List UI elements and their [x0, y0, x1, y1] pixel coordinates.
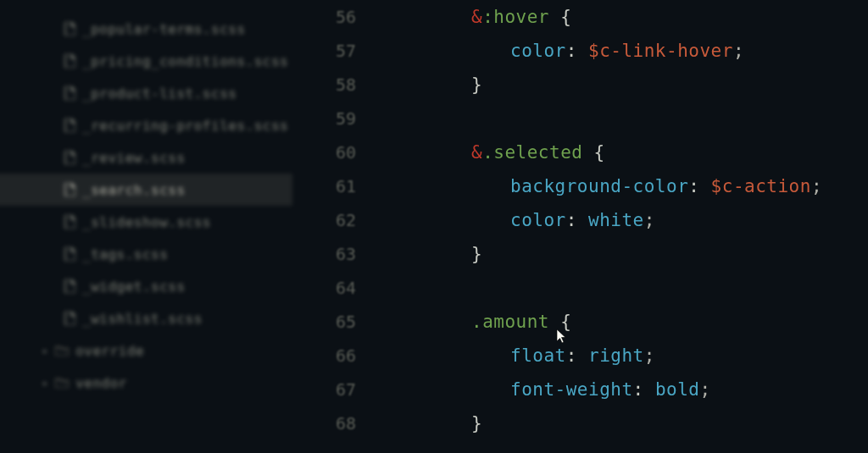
file-item[interactable]: _pricing_conditions.scss: [47, 45, 309, 77]
code-line: background-color: $c-action;: [432, 169, 868, 203]
line-number: 64: [309, 271, 364, 305]
file-icon: [64, 247, 75, 261]
file-item[interactable]: _widget.scss: [47, 270, 309, 302]
line-number: 57: [309, 34, 364, 68]
file-label: _tags.scss: [82, 246, 168, 262]
line-number-gutter: 56 57 58 59 60 61 62 63 64 65 66 67 68: [309, 0, 364, 453]
code-line: [432, 102, 868, 135]
file-label: _recurring-profiles.scss: [82, 118, 288, 134]
code-line: &:hover {: [432, 0, 868, 34]
folder-item[interactable]: ▸ vendor: [25, 367, 309, 399]
code-line: font-weight: bold;: [432, 373, 868, 406]
file-icon: [64, 183, 75, 196]
file-icon: [64, 54, 75, 68]
file-icon: [64, 279, 75, 293]
line-number: 59: [309, 102, 364, 135]
line-number: 62: [309, 203, 364, 237]
line-number: 68: [309, 406, 364, 440]
code-line: &.selected {: [432, 135, 868, 169]
file-tree: _popular-terms.scss _pricing_conditions.…: [0, 0, 309, 453]
line-number: 63: [309, 237, 364, 271]
code-line: color: white;: [432, 203, 868, 237]
line-number: 61: [309, 169, 364, 203]
file-icon: [64, 151, 75, 164]
file-item[interactable]: _product-list.scss: [47, 77, 309, 109]
line-number: 65: [309, 305, 364, 339]
code-editor[interactable]: &:hover { color: $c-link-hover; } &.sele…: [364, 0, 868, 453]
file-item[interactable]: _review.scss: [47, 141, 309, 174]
line-number: 67: [309, 373, 364, 406]
file-label: _review.scss: [82, 150, 186, 166]
file-item[interactable]: _recurring-profiles.scss: [47, 109, 309, 141]
file-icon: [64, 215, 75, 229]
file-icon: [64, 86, 75, 100]
code-line: color: $c-link-hover;: [432, 34, 868, 68]
folder-icon: [55, 345, 69, 356]
file-icon: [64, 119, 75, 132]
chevron-right-icon: ▸: [42, 345, 48, 356]
folder-label: override: [75, 343, 144, 359]
file-icon: [64, 312, 75, 325]
code-line: }: [432, 406, 868, 440]
file-label: _widget.scss: [82, 279, 186, 295]
file-item[interactable]: _slideshow.scss: [47, 206, 309, 238]
code-line: float: right;: [432, 339, 868, 373]
file-label: _slideshow.scss: [82, 214, 211, 230]
chevron-right-icon: ▸: [42, 378, 48, 389]
file-label: _pricing_conditions.scss: [82, 53, 288, 69]
line-number: 66: [309, 339, 364, 373]
file-item-active[interactable]: _search.scss: [0, 174, 292, 206]
file-label: _popular-terms.scss: [82, 21, 246, 37]
file-item[interactable]: _popular-terms.scss: [47, 13, 309, 45]
file-label: _wishlist.scss: [82, 311, 203, 327]
folder-icon: [55, 378, 69, 388]
file-label: _search.scss: [82, 182, 186, 198]
code-line: [432, 271, 868, 305]
line-number: 58: [309, 68, 364, 102]
folder-label: vendor: [75, 375, 127, 391]
file-item[interactable]: _wishlist.scss: [47, 302, 309, 334]
line-number: 56: [309, 0, 364, 34]
file-item[interactable]: _tags.scss: [47, 238, 309, 270]
line-number: 60: [309, 135, 364, 169]
folder-item[interactable]: ▸ override: [25, 334, 309, 367]
code-line: }: [432, 68, 868, 102]
file-label: _product-list.scss: [82, 86, 236, 102]
code-line: }: [432, 237, 868, 271]
code-line: .amount {: [432, 305, 868, 339]
file-icon: [64, 22, 75, 36]
